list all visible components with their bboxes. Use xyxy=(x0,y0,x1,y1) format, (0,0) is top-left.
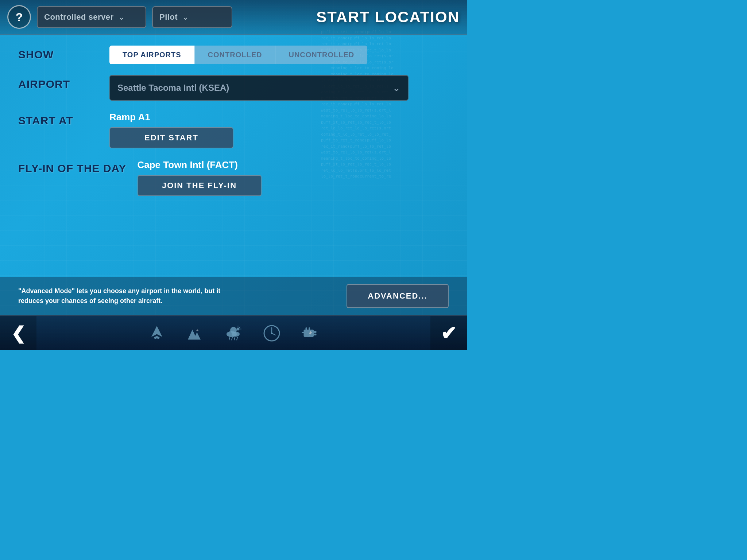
svg-line-4 xyxy=(232,337,232,340)
weather-icon xyxy=(224,324,243,342)
pilot-label: Pilot xyxy=(159,12,178,22)
start-at-column: Ramp A1 EDIT START xyxy=(109,112,233,148)
svg-line-10 xyxy=(240,327,240,327)
header: ? Controlled server ⌄ Pilot ⌄ START LOCA… xyxy=(0,0,467,35)
confirm-icon: ✔ xyxy=(441,322,457,344)
fly-in-row: FLY-IN OF THE DAY Cape Town Intl (FACT) … xyxy=(18,159,449,196)
tab-top-airports[interactable]: TOP AIRPORTS xyxy=(109,46,194,64)
edit-start-button[interactable]: EDIT START xyxy=(109,127,233,148)
fly-in-value: Cape Town Intl (FACT) xyxy=(138,159,262,171)
show-tabs: TOP AIRPORTS CONTROLLED UNCONTROLLED xyxy=(109,46,367,64)
edit-start-label: EDIT START xyxy=(144,133,198,143)
svg-line-6 xyxy=(237,337,237,340)
pilot-arrow-icon: ⌄ xyxy=(182,12,189,22)
start-at-label: START AT xyxy=(18,112,98,127)
svg-rect-15 xyxy=(304,330,314,337)
airport-dropdown[interactable]: Seattle Tacoma Intl (KSEA) ⌄ xyxy=(109,75,409,101)
join-fly-in-button[interactable]: JOIN THE FLY-IN xyxy=(138,175,262,196)
back-icon: ❮ xyxy=(11,323,26,343)
tab-uncontrolled[interactable]: UNCONTROLLED xyxy=(275,46,367,64)
airport-arrow-icon: ⌄ xyxy=(392,82,400,94)
mountains-nav-icon[interactable] xyxy=(185,323,205,343)
svg-rect-20 xyxy=(309,327,310,330)
svg-rect-19 xyxy=(306,327,307,330)
nav-icons-group xyxy=(36,323,430,343)
airport-label: AIRPORT xyxy=(18,75,98,90)
airplane-icon xyxy=(148,324,166,342)
airplane-nav-icon[interactable] xyxy=(147,323,167,343)
server-dropdown[interactable]: Controlled server ⌄ xyxy=(37,6,146,28)
airport-row: AIRPORT Seattle Tacoma Intl (KSEA) ⌄ xyxy=(18,75,449,101)
server-arrow-icon: ⌄ xyxy=(118,12,125,22)
svg-rect-17 xyxy=(314,334,317,335)
fly-in-label: FLY-IN OF THE DAY xyxy=(18,159,127,175)
back-button[interactable]: ❮ xyxy=(0,316,36,350)
svg-point-14 xyxy=(271,332,272,334)
tab-controlled[interactable]: CONTROLLED xyxy=(194,46,275,64)
advanced-info-bar: "Advanced Mode" lets you choose any airp… xyxy=(0,277,467,315)
mountains-icon xyxy=(186,324,204,342)
start-at-row: START AT Ramp A1 EDIT START xyxy=(18,112,449,148)
show-label: SHOW xyxy=(18,46,98,61)
pilot-dropdown[interactable]: Pilot ⌄ xyxy=(152,6,232,28)
main-content: SHOW TOP AIRPORTS CONTROLLED UNCONTROLLE… xyxy=(0,35,467,207)
weather-nav-icon[interactable] xyxy=(224,323,244,343)
advanced-description: "Advanced Mode" lets you choose any airp… xyxy=(18,286,237,306)
svg-point-7 xyxy=(237,327,240,330)
clock-nav-icon[interactable] xyxy=(262,323,282,343)
advanced-button[interactable]: ADVANCED... xyxy=(347,284,449,308)
svg-line-5 xyxy=(234,337,235,340)
svg-line-3 xyxy=(229,337,230,340)
join-fly-in-label: JOIN THE FLY-IN xyxy=(162,181,237,190)
show-row: SHOW TOP AIRPORTS CONTROLLED UNCONTROLLE… xyxy=(18,46,449,64)
bottom-navigation: ❮ xyxy=(0,315,467,350)
server-label: Controlled server xyxy=(44,12,114,22)
page-title: START LOCATION xyxy=(316,8,460,26)
clock-icon xyxy=(263,324,281,342)
engine-icon xyxy=(301,324,319,342)
svg-rect-18 xyxy=(302,332,304,333)
advanced-button-label: ADVANCED... xyxy=(368,291,427,301)
question-mark-icon: ? xyxy=(16,11,23,23)
fly-in-column: Cape Town Intl (FACT) JOIN THE FLY-IN xyxy=(138,159,262,196)
airport-selected-value: Seattle Tacoma Intl (KSEA) xyxy=(117,83,392,93)
engine-nav-icon[interactable] xyxy=(300,323,320,343)
start-at-value: Ramp A1 xyxy=(109,112,233,123)
help-button[interactable]: ? xyxy=(7,5,31,29)
svg-rect-16 xyxy=(314,331,317,333)
svg-point-2 xyxy=(232,331,240,337)
confirm-button[interactable]: ✔ xyxy=(430,316,467,350)
